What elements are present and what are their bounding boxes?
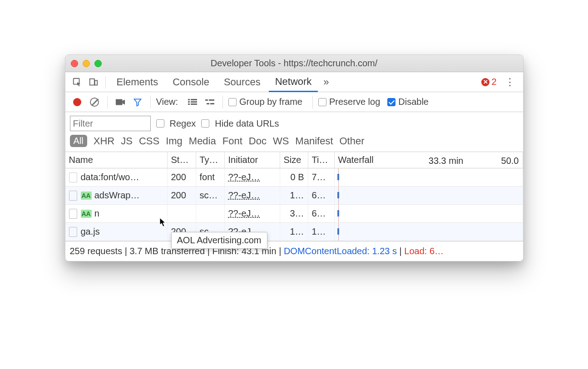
error-icon: ✕ xyxy=(481,78,489,86)
maximize-button[interactable] xyxy=(94,60,102,67)
device-toggle-icon[interactable] xyxy=(86,75,101,89)
preserve-log-checkbox[interactable] xyxy=(318,98,326,106)
group-by-frame-checkbox[interactable] xyxy=(228,98,237,106)
svg-rect-9 xyxy=(191,103,197,105)
window-title: Developer Tools - https://techcrunch.com… xyxy=(65,58,523,69)
col-name[interactable]: Name xyxy=(65,152,168,168)
disable-cache-checkbox[interactable] xyxy=(387,98,395,106)
regex-checkbox[interactable] xyxy=(156,119,164,128)
regex-label: Regex xyxy=(170,118,196,129)
more-tabs-icon[interactable]: » xyxy=(320,76,332,88)
cell-initiator: ??-eJ… xyxy=(225,187,280,204)
svg-rect-5 xyxy=(191,99,197,100)
file-icon xyxy=(69,172,77,182)
cell-waterfall xyxy=(335,205,523,222)
disable-cache-label: Disable xyxy=(398,97,429,107)
table-row[interactable]: ga.js200sc…??-eJ…1…1… xyxy=(65,223,523,241)
panel-tabs: Elements Console Sources Network » ✕ 2 ⋮ xyxy=(65,72,523,92)
filter-other[interactable]: Other xyxy=(340,135,365,147)
svg-rect-6 xyxy=(188,101,190,103)
large-rows-icon[interactable] xyxy=(185,95,200,109)
inspect-element-icon[interactable] xyxy=(70,75,84,89)
type-filter-bar: All XHR JS CSS Img Media Font Doc WS Man… xyxy=(65,132,523,152)
cell-waterfall xyxy=(335,223,523,241)
error-count[interactable]: ✕ 2 xyxy=(481,77,496,87)
cell-name[interactable]: AAn xyxy=(65,205,168,222)
divider xyxy=(150,96,151,108)
table-row[interactable]: data:font/wo…200font??-eJ…0 B7… xyxy=(65,168,523,187)
overview-icon[interactable] xyxy=(203,95,217,109)
col-type[interactable]: Ty… xyxy=(196,152,225,168)
cell-size: 0 B xyxy=(280,168,308,186)
col-status[interactable]: St… xyxy=(168,152,196,168)
cell-time: 6… xyxy=(308,187,335,204)
filter-manifest[interactable]: Manifest xyxy=(295,135,333,147)
requests-table: Name St… Ty… Initiator Size Ti… Waterfal… xyxy=(65,152,523,241)
filter-ws[interactable]: WS xyxy=(273,135,289,147)
filter-bar: Regex Hide data URLs xyxy=(65,112,523,132)
svg-rect-12 xyxy=(207,103,209,104)
filter-xhr[interactable]: XHR xyxy=(94,135,114,147)
close-button[interactable] xyxy=(71,60,78,67)
cell-type: sc… xyxy=(196,187,225,204)
svg-rect-2 xyxy=(94,80,97,85)
ruler-2: 50.0 xyxy=(501,156,519,166)
status-requests: 259 requests xyxy=(70,246,123,256)
filter-js[interactable]: JS xyxy=(121,135,133,147)
col-time[interactable]: Ti… xyxy=(308,152,335,168)
screenshot-icon[interactable] xyxy=(113,95,128,109)
filter-all[interactable]: All xyxy=(70,135,87,147)
request-name: data:font/wo… xyxy=(81,172,139,182)
titlebar[interactable]: Developer Tools - https://techcrunch.com… xyxy=(65,55,523,72)
preserve-log-label: Preserve log xyxy=(329,97,380,107)
settings-menu-icon[interactable]: ⋮ xyxy=(501,76,519,88)
clear-button[interactable] xyxy=(87,95,102,109)
cell-name[interactable]: ga.js xyxy=(65,223,168,241)
cell-name[interactable]: AAadsWrap… xyxy=(65,187,168,204)
group-by-frame-label: Group by frame xyxy=(239,97,302,107)
cell-time: 6… xyxy=(308,205,335,222)
svg-rect-10 xyxy=(205,99,208,101)
record-button[interactable] xyxy=(70,95,84,109)
cell-type xyxy=(196,205,225,222)
error-number: 2 xyxy=(491,77,496,87)
filter-media[interactable]: Media xyxy=(189,135,216,147)
tab-console[interactable]: Console xyxy=(166,72,216,92)
tab-network[interactable]: Network xyxy=(269,72,318,92)
tab-elements[interactable]: Elements xyxy=(110,72,165,92)
cell-name[interactable]: data:font/wo… xyxy=(65,168,168,186)
table-row[interactable]: AAadsWrap…200sc…??-eJ…1…6… xyxy=(65,187,523,205)
hide-data-urls-checkbox[interactable] xyxy=(201,119,209,128)
filter-toggle-icon[interactable] xyxy=(130,95,145,109)
table-body: data:font/wo…200font??-eJ…0 B7…AAadsWrap… xyxy=(65,168,523,241)
filter-doc[interactable]: Doc xyxy=(249,135,267,147)
col-waterfall[interactable]: Waterfall 33.3 min 50.0 xyxy=(335,152,523,168)
divider xyxy=(105,76,106,89)
col-initiator[interactable]: Initiator xyxy=(225,152,280,168)
filter-css[interactable]: CSS xyxy=(139,135,159,147)
ruler-1: 33.3 min xyxy=(429,156,464,166)
divider xyxy=(312,96,313,108)
traffic-lights xyxy=(71,60,102,67)
cell-size: 1… xyxy=(280,187,308,204)
tab-sources[interactable]: Sources xyxy=(217,72,267,92)
filter-font[interactable]: Font xyxy=(222,135,242,147)
divider xyxy=(107,96,108,108)
request-name: ga.js xyxy=(81,226,100,237)
filter-input[interactable] xyxy=(70,116,151,131)
table-row[interactable]: AAn??-eJ…3…6… xyxy=(65,205,523,223)
cell-time: 7… xyxy=(308,168,335,186)
col-size[interactable]: Size xyxy=(280,152,308,168)
waterfall-label: Waterfall xyxy=(338,155,374,165)
tooltip: AOL Advertising.com xyxy=(171,232,267,249)
cell-waterfall xyxy=(335,168,523,186)
filter-img[interactable]: Img xyxy=(166,135,183,147)
status-load: Load: 6… xyxy=(404,246,444,256)
minimize-button[interactable] xyxy=(83,60,90,67)
cell-initiator: ??-eJ… xyxy=(225,205,280,222)
table-header: Name St… Ty… Initiator Size Ti… Waterfal… xyxy=(65,152,523,168)
tracker-badge: AA xyxy=(81,192,92,200)
cell-size: 3… xyxy=(280,205,308,222)
cell-status: 200 xyxy=(168,187,196,204)
request-name: n xyxy=(94,208,99,219)
